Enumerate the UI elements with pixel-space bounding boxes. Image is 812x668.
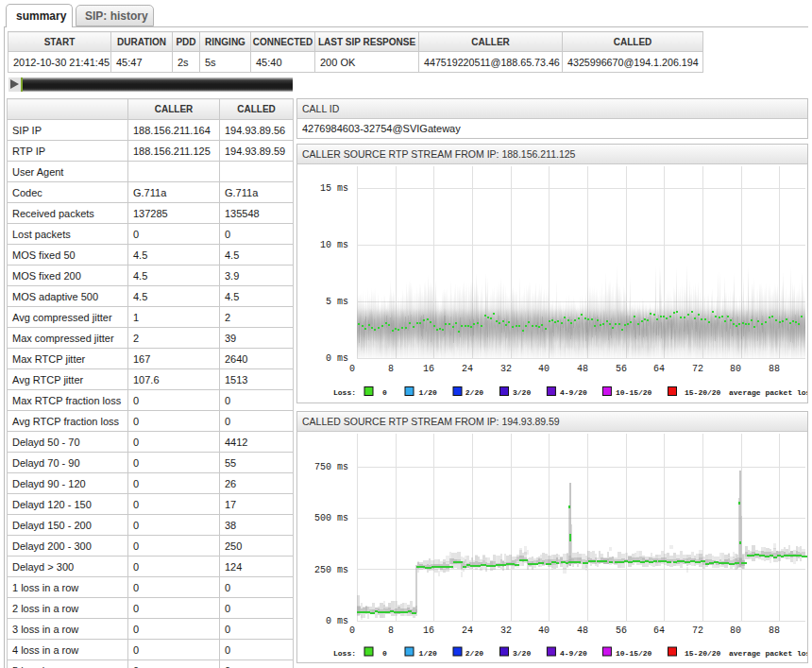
svg-text:88: 88 xyxy=(769,364,780,374)
svg-text:2/20: 2/20 xyxy=(465,388,483,397)
svg-text:3/20: 3/20 xyxy=(513,649,531,658)
svg-text:0: 0 xyxy=(349,364,355,374)
svg-text:4-9/20: 4-9/20 xyxy=(560,649,587,658)
svg-text:15 ms: 15 ms xyxy=(320,183,348,194)
svg-text:4-9/20: 4-9/20 xyxy=(560,388,587,397)
svg-text:88: 88 xyxy=(769,625,780,636)
svg-text:10-15/20: 10-15/20 xyxy=(616,388,652,397)
svg-text:24: 24 xyxy=(462,364,473,374)
svg-text:8: 8 xyxy=(388,625,394,636)
svg-text:1/20: 1/20 xyxy=(419,649,437,658)
svg-text:1/20: 1/20 xyxy=(419,388,437,397)
svg-text:48: 48 xyxy=(577,625,588,636)
svg-text:10 ms: 10 ms xyxy=(320,240,348,250)
svg-text:2/20: 2/20 xyxy=(465,649,483,658)
svg-text:40: 40 xyxy=(538,625,550,636)
svg-text:64: 64 xyxy=(653,364,665,374)
svg-text:500 ms: 500 ms xyxy=(314,513,348,523)
svg-text:80: 80 xyxy=(730,625,741,636)
svg-text:750 ms: 750 ms xyxy=(314,462,348,472)
svg-text:0: 0 xyxy=(382,649,387,658)
svg-text:16: 16 xyxy=(423,625,434,636)
svg-text:32: 32 xyxy=(500,625,512,636)
svg-text:0 ms: 0 ms xyxy=(326,616,348,626)
svg-text:3/20: 3/20 xyxy=(513,388,531,397)
svg-text:0 ms: 0 ms xyxy=(326,353,348,364)
svg-text:0: 0 xyxy=(349,625,355,636)
svg-text:0: 0 xyxy=(382,388,387,397)
svg-text:Loss:: Loss: xyxy=(333,649,356,658)
svg-text:Loss:: Loss: xyxy=(333,388,356,397)
svg-text:80: 80 xyxy=(730,364,741,374)
svg-text:72: 72 xyxy=(692,625,703,636)
svg-text:56: 56 xyxy=(616,625,627,636)
svg-text:8: 8 xyxy=(388,364,394,374)
svg-text:56: 56 xyxy=(616,364,627,374)
svg-text:16: 16 xyxy=(423,364,434,374)
svg-text:10-15/20: 10-15/20 xyxy=(616,649,652,658)
svg-text:32: 32 xyxy=(500,364,512,374)
svg-text:40: 40 xyxy=(538,364,550,374)
svg-text:48: 48 xyxy=(577,364,588,374)
svg-text:15-20/20: 15-20/20 xyxy=(685,649,721,658)
svg-text:64: 64 xyxy=(653,625,665,636)
svg-text:250 ms: 250 ms xyxy=(314,565,348,575)
svg-text:24: 24 xyxy=(462,625,473,636)
svg-text:average packet loss: average packet loss xyxy=(729,388,807,397)
svg-text:72: 72 xyxy=(692,364,703,374)
svg-text:15-20/20: 15-20/20 xyxy=(685,388,721,397)
svg-text:average packet loss: average packet loss xyxy=(729,649,807,658)
svg-text:5 ms: 5 ms xyxy=(326,297,348,307)
